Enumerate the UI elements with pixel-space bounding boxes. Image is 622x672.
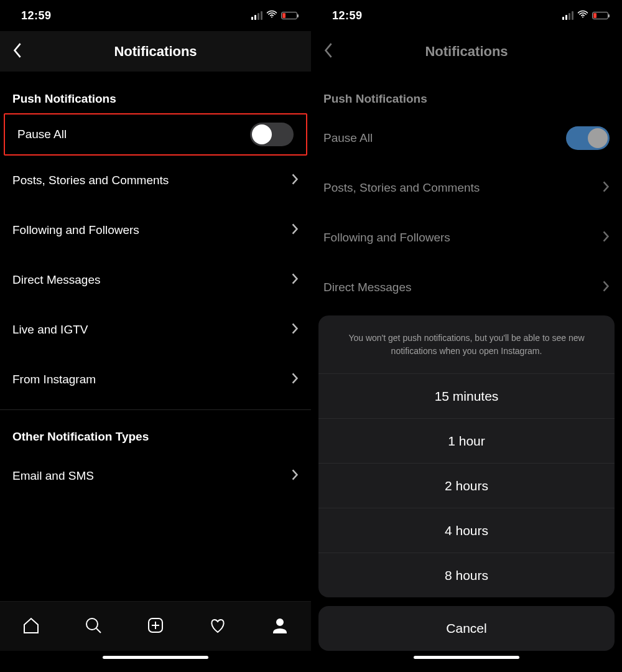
tab-bar: [0, 601, 311, 651]
pause-all-toggle[interactable]: [250, 123, 294, 146]
row-label: Posts, Stories and Comments: [323, 181, 480, 195]
svg-point-0: [271, 17, 272, 18]
row-pause-all[interactable]: Pause All: [311, 113, 622, 163]
option-8-hours[interactable]: 8 hours: [318, 553, 615, 597]
row-pause-all[interactable]: Pause All: [4, 113, 307, 156]
back-button[interactable]: [12, 42, 24, 62]
svg-line-2: [96, 628, 101, 633]
row-label: Direct Messages: [323, 281, 412, 294]
chevron-right-icon: [602, 180, 610, 195]
cellular-icon: [251, 11, 262, 20]
row-label: Email and SMS: [12, 469, 94, 483]
status-icons: [562, 9, 608, 22]
chevron-right-icon: [291, 273, 299, 287]
row-posts-stories-comments[interactable]: Posts, Stories and Comments: [0, 156, 311, 205]
wifi-icon: [266, 9, 277, 22]
chevron-right-icon: [291, 372, 299, 387]
tab-activity[interactable]: [208, 616, 227, 637]
row-direct-messages[interactable]: Direct Messages: [311, 263, 622, 312]
nav-header: Notifications: [0, 31, 311, 72]
row-label: Pause All: [323, 131, 373, 145]
row-label: Following and Followers: [12, 223, 139, 237]
row-email-sms[interactable]: Email and SMS: [0, 451, 311, 501]
row-label: Live and IGTV: [12, 323, 88, 337]
home-indicator: [0, 651, 311, 672]
status-bar: 12:59: [0, 0, 311, 31]
row-following-followers[interactable]: Following and Followers: [0, 205, 311, 255]
svg-point-7: [582, 17, 583, 18]
status-time: 12:59: [332, 9, 363, 22]
tab-profile[interactable]: [271, 616, 289, 637]
tab-search[interactable]: [84, 616, 103, 637]
svg-point-6: [277, 619, 283, 625]
status-bar: 12:59: [311, 0, 622, 31]
cellular-icon: [562, 11, 573, 20]
phone-left: 12:59 Notifications Push Notifications P…: [0, 0, 311, 672]
page-title: Notifications: [311, 44, 622, 60]
phone-right: 12:59 Notifications Push Notifications P…: [311, 0, 622, 672]
row-label: Following and Followers: [323, 231, 450, 245]
option-15-minutes[interactable]: 15 minutes: [318, 373, 615, 418]
option-4-hours[interactable]: 4 hours: [318, 508, 615, 553]
row-direct-messages[interactable]: Direct Messages: [0, 255, 311, 305]
svg-point-1: [86, 618, 98, 630]
row-label: From Instagram: [12, 373, 96, 386]
status-icons: [251, 9, 297, 22]
section-header-push: Push Notifications: [311, 72, 622, 113]
option-1-hour[interactable]: 1 hour: [318, 418, 615, 463]
row-posts-stories-comments[interactable]: Posts, Stories and Comments: [311, 163, 622, 213]
chevron-right-icon: [291, 469, 299, 483]
sheet-message: You won't get push notifications, but yo…: [318, 315, 615, 373]
tab-add[interactable]: [146, 616, 165, 637]
battery-icon: [281, 12, 297, 19]
chevron-right-icon: [602, 280, 610, 295]
row-live-igtv[interactable]: Live and IGTV: [0, 305, 311, 355]
row-label: Pause All: [17, 128, 67, 141]
chevron-right-icon: [291, 322, 299, 337]
home-indicator: [311, 651, 622, 672]
chevron-right-icon: [291, 223, 299, 238]
tab-home[interactable]: [22, 616, 40, 637]
row-label: Direct Messages: [12, 273, 101, 287]
chevron-right-icon: [291, 173, 299, 188]
row-following-followers[interactable]: Following and Followers: [311, 213, 622, 263]
wifi-icon: [577, 9, 588, 22]
section-header-other: Other Notification Types: [0, 410, 311, 451]
chevron-right-icon: [602, 230, 610, 245]
page-title: Notifications: [0, 44, 311, 60]
pause-all-toggle[interactable]: [566, 126, 610, 150]
cancel-button[interactable]: Cancel: [318, 606, 615, 651]
row-from-instagram[interactable]: From Instagram: [0, 355, 311, 404]
back-button[interactable]: [323, 42, 335, 62]
row-label: Posts, Stories and Comments: [12, 174, 169, 187]
option-2-hours[interactable]: 2 hours: [318, 463, 615, 508]
pause-duration-sheet: You won't get push notifications, but yo…: [318, 315, 615, 597]
action-sheet-container: You won't get push notifications, but yo…: [311, 315, 622, 651]
status-time: 12:59: [21, 9, 52, 22]
section-header-push: Push Notifications: [0, 72, 311, 113]
battery-icon: [592, 12, 608, 19]
nav-header: Notifications: [311, 31, 622, 72]
